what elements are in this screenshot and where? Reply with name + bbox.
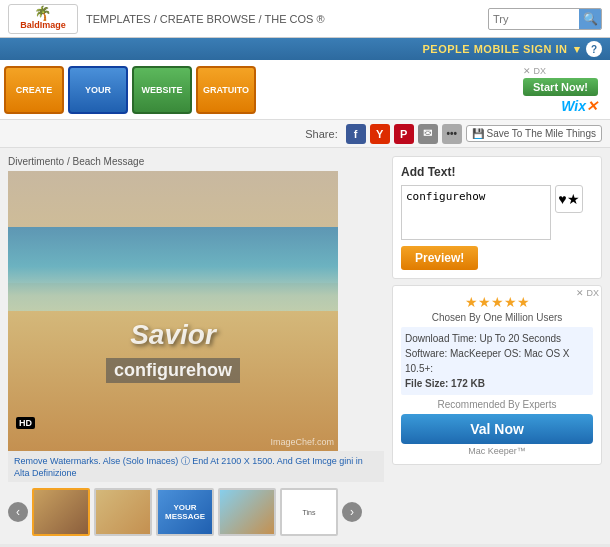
preview-button[interactable]: Preview! — [401, 246, 478, 270]
beach-image: Savior configurehow ImageChef.com HD — [8, 171, 338, 451]
header: 🌴 BaldImage TEMPLATES / CREATE BROWSE / … — [0, 0, 610, 38]
main-content: Divertimento / Beach Message Savior conf… — [0, 148, 610, 544]
breadcrumb-parent[interactable]: Divertimento — [8, 156, 64, 167]
nav-links: TEMPLATES / CREATE BROWSE / THE COS ® — [86, 13, 488, 25]
thumb-3-label: YOUR MESSAGE — [158, 501, 212, 523]
ad-file-size: File Size: 172 KB — [405, 376, 589, 391]
right-panel: Add Text! configurehow ♥★ Preview! ✕ DX … — [392, 156, 602, 536]
search-input[interactable] — [489, 13, 579, 25]
hd-badge: HD — [16, 417, 35, 429]
people-bar: PEOPLE MOBILE SIGN IN ▾ ? — [0, 38, 610, 60]
overlay-text2: configurehow — [106, 358, 240, 383]
email-share-button[interactable]: ✉ — [418, 124, 438, 144]
overlay-text1: Savior — [130, 319, 216, 351]
image-footer-text: Remove Watermarks. Alse (Solo Imaces) ⓘ … — [14, 455, 378, 478]
logo-text: BaldImage — [20, 21, 66, 31]
image-container: Savior configurehow ImageChef.com HD — [8, 171, 338, 451]
add-text-input[interactable]: configurehow — [401, 185, 551, 240]
breadcrumb: Divertimento / Beach Message — [8, 156, 384, 167]
logo-icon: 🌴 — [20, 6, 66, 21]
left-panel: Divertimento / Beach Message Savior conf… — [8, 156, 384, 536]
website-label: WEBSITE — [141, 85, 182, 95]
val-now-button[interactable]: Val Now — [401, 414, 593, 444]
more-share-button[interactable]: ••• — [442, 124, 462, 144]
mac-keeper-text: Mac Keeper™ — [401, 446, 593, 456]
facebook-share-button[interactable]: f — [346, 124, 366, 144]
your-label: YOUR — [85, 85, 111, 95]
ad-close-icon[interactable]: ✕ DX — [523, 66, 546, 76]
thumb-4[interactable] — [218, 488, 276, 536]
add-text-title: Add Text! — [401, 165, 593, 179]
ad-stars: ★★★★★ — [401, 294, 593, 310]
save-button[interactable]: 💾 Save To The Mile Things — [466, 125, 602, 142]
watermark-text: ImageChef.com — [270, 437, 334, 447]
sign-in-dropdown[interactable]: ▾ — [574, 43, 581, 56]
ad-download-time: Download Time: Up To 20 Seconds — [405, 333, 561, 344]
wix-start-label: Start Now! — [533, 81, 588, 93]
gratuito-button[interactable]: GRATUITO — [196, 66, 256, 114]
text-input-row: configurehow ♥★ — [401, 185, 593, 240]
pinterest-share-button[interactable]: P — [394, 124, 414, 144]
image-footer: Remove Watermarks. Alse (Solo Imaces) ⓘ … — [8, 451, 384, 482]
ad-box: ✕ DX ★★★★★ Chosen By One Million Users D… — [392, 285, 602, 465]
website-button[interactable]: WEBSITE — [132, 66, 192, 114]
wix-start-button[interactable]: Start Now! — [523, 78, 598, 96]
people-bar-text[interactable]: PEOPLE MOBILE SIGN IN — [423, 43, 568, 55]
thumb-5[interactable]: Tins — [280, 488, 338, 536]
wix-logo: Wix✕ — [561, 98, 598, 114]
add-text-box: Add Text! configurehow ♥★ Preview! — [392, 156, 602, 279]
share-bar: Share: f Y P ✉ ••• 💾 Save To The Mile Th… — [0, 120, 610, 148]
emoji-button[interactable]: ♥★ — [555, 185, 583, 213]
logo: 🌴 BaldImage — [8, 4, 78, 34]
search-button[interactable]: 🔍 — [579, 8, 601, 30]
thumb-2[interactable] — [94, 488, 152, 536]
ad-details: Download Time: Up To 20 Seconds Software… — [401, 327, 593, 395]
ad-chosen-text: Chosen By One Million Users — [401, 312, 593, 323]
thumb-next-button[interactable]: › — [342, 502, 362, 522]
thumb-5-label: Tins — [303, 509, 316, 516]
gratuito-label: GRATUITO — [203, 85, 249, 95]
share-label: Share: — [305, 128, 337, 140]
create-label: CREATE — [16, 85, 52, 95]
recommended-text: Recommended By Experts — [401, 399, 593, 410]
thumbnails: ‹ YOUR MESSAGE Tins › — [8, 488, 384, 536]
wix-area: ✕ DX Start Now! Wix✕ — [523, 66, 598, 114]
your-button[interactable]: YOUR — [68, 66, 128, 114]
search-bar: 🔍 — [488, 8, 602, 30]
breadcrumb-current: Beach Message — [72, 156, 144, 167]
ad-software: Software: MacKeeper — [405, 348, 501, 359]
thumb-prev-button[interactable]: ‹ — [8, 502, 28, 522]
thumb-1[interactable] — [32, 488, 90, 536]
ad-banner: CREATE YOUR WEBSITE GRATUITO ✕ DX Start … — [0, 60, 610, 120]
help-button[interactable]: ? — [586, 41, 602, 57]
ad-buttons: CREATE YOUR WEBSITE GRATUITO — [4, 66, 256, 114]
wix-x: ✕ — [586, 98, 598, 114]
youtube-share-button[interactable]: Y — [370, 124, 390, 144]
ad-box-close-icon[interactable]: ✕ DX — [576, 288, 599, 298]
thumb-3[interactable]: YOUR MESSAGE — [156, 488, 214, 536]
create-button[interactable]: CREATE — [4, 66, 64, 114]
